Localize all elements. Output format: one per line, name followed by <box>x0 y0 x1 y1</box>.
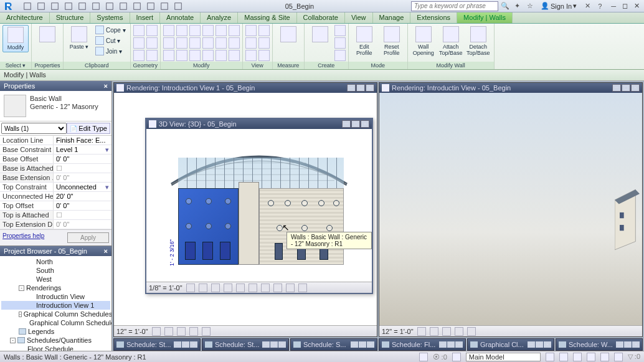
reveal-icon[interactable] <box>467 327 476 336</box>
ribbon-icon[interactable] <box>258 25 270 36</box>
wall-right[interactable] <box>259 188 344 265</box>
tree-item[interactable]: Graphical Column Schedule <box>1 318 110 327</box>
app-menu-icon[interactable] <box>0 0 17 12</box>
ribbon-icon[interactable] <box>146 37 158 49</box>
crop-region-icon[interactable] <box>261 283 270 292</box>
ribbon-icon[interactable] <box>245 50 257 61</box>
ribbon-icon[interactable] <box>202 37 214 49</box>
sun-path-icon[interactable] <box>442 327 451 336</box>
tab-collaborate[interactable]: Collaborate <box>297 12 345 23</box>
comm-icon[interactable]: ✦ <box>513 1 522 11</box>
tab-annotate[interactable]: Annotate <box>160 12 201 23</box>
view-scale[interactable]: 12" = 1'-0" <box>116 328 148 335</box>
switch-icon[interactable] <box>146 1 156 11</box>
redo-icon[interactable] <box>64 1 73 11</box>
temp-hide-icon[interactable] <box>286 283 295 292</box>
tab-view[interactable]: View <box>345 12 373 23</box>
save-icon[interactable] <box>36 1 46 11</box>
ribbon-icon[interactable] <box>163 25 174 36</box>
view-close[interactable]: × <box>361 120 369 128</box>
measure-button[interactable] <box>275 25 301 45</box>
search-icon[interactable]: 🔍 <box>501 1 509 11</box>
ribbon-icon[interactable] <box>189 50 201 61</box>
visual-style-icon[interactable] <box>199 283 207 292</box>
property-row[interactable]: Base Offset0' 0" <box>0 155 111 164</box>
ribbon-icon[interactable] <box>215 50 227 61</box>
filter-icon[interactable] <box>546 353 554 361</box>
detail-level-icon[interactable] <box>417 327 426 336</box>
text-icon[interactable] <box>105 1 115 11</box>
ribbon-icon[interactable] <box>202 50 214 61</box>
ribbon-icon[interactable] <box>163 50 174 61</box>
cut-button[interactable]: Cut ▾ <box>93 36 128 45</box>
document-tab[interactable]: Schedule: St...─◻× <box>113 338 201 351</box>
ribbon-icon[interactable] <box>229 37 240 49</box>
view-scale[interactable]: 1/8" = 1'-0" <box>149 284 182 292</box>
ribbon-icon[interactable] <box>146 50 158 61</box>
tree-item[interactable]: South <box>1 266 110 275</box>
ribbon-icon[interactable] <box>202 25 214 36</box>
document-tab[interactable]: Schedule: W...─◻× <box>556 338 643 351</box>
ribbon-icon[interactable] <box>189 37 201 49</box>
property-row[interactable]: Top ConstraintUnconnected <box>0 183 111 192</box>
ribbon-icon[interactable] <box>215 37 227 49</box>
join-button[interactable]: Join ▾ <box>93 46 128 56</box>
properties-close-icon[interactable]: × <box>104 82 108 90</box>
tree-item[interactable]: -Graphical Column Schedules <box>1 310 110 318</box>
ribbon-icon[interactable] <box>133 50 144 61</box>
property-row[interactable]: Location LineFinish Face: E... <box>0 136 111 145</box>
wall-opening-button[interactable]: Wall Opening <box>410 25 437 57</box>
tree-item[interactable]: -Schedules/Quantities <box>1 336 110 345</box>
document-tab[interactable]: Schedule: Fl...─◻× <box>379 338 466 351</box>
lock-icon[interactable] <box>273 283 282 292</box>
undo-icon[interactable] <box>50 1 60 11</box>
tree-item[interactable]: -Renderings <box>1 283 110 292</box>
reset-profile-button[interactable]: Reset Profile <box>379 25 405 57</box>
ribbon-icon[interactable] <box>215 25 227 36</box>
render-icon[interactable] <box>236 283 245 292</box>
ribbon-icon[interactable] <box>258 50 270 61</box>
document-tab[interactable]: Graphical Cl...─◻× <box>467 338 554 351</box>
face-icon[interactable] <box>600 353 609 361</box>
document-tab[interactable]: Schedule: St...─◻× <box>202 338 289 351</box>
ribbon-icon[interactable] <box>334 37 346 49</box>
property-row[interactable]: Unconnected He...20' 0" <box>0 192 111 201</box>
tab-manage[interactable]: Manage <box>373 12 411 23</box>
detail-level-icon[interactable] <box>186 283 195 292</box>
pin-icon[interactable] <box>614 353 623 361</box>
open-icon[interactable] <box>22 1 32 11</box>
view-close[interactable]: × <box>631 84 640 92</box>
help-icon[interactable]: ? <box>595 1 604 11</box>
tab-analyze[interactable]: Analyze <box>201 12 238 23</box>
arrow-icon[interactable] <box>159 1 169 11</box>
ribbon-icon[interactable] <box>176 25 187 36</box>
tab-systems[interactable]: Systems <box>90 12 130 23</box>
edit-type-button[interactable]: 📄 Edit Type <box>67 123 110 134</box>
ribbon-icon[interactable] <box>133 25 144 36</box>
view-canvas-right[interactable] <box>379 93 642 325</box>
sun-path-icon[interactable] <box>211 283 220 292</box>
window-close[interactable]: ✕ <box>632 2 642 10</box>
selected-wall[interactable] <box>178 188 239 265</box>
star-icon[interactable]: ☆ <box>526 1 534 11</box>
detail-level-icon[interactable] <box>152 327 161 336</box>
view-canvas-left[interactable]: 3D View: {3D} - 05_Begin ─ ◻ × <box>114 93 377 325</box>
drag-icon[interactable] <box>587 353 595 361</box>
dim-icon[interactable] <box>91 1 101 11</box>
ribbon-icon[interactable] <box>176 50 187 61</box>
ribbon-icon[interactable] <box>176 37 187 49</box>
ribbon-icon[interactable] <box>334 50 346 61</box>
reveal-icon[interactable] <box>202 327 211 336</box>
instance-selector[interactable]: Walls (1) <box>1 123 67 134</box>
ribbon-icon[interactable] <box>163 37 174 49</box>
tree-item[interactable]: Floor Schedule <box>1 345 110 351</box>
ribbon-icon[interactable] <box>133 37 144 49</box>
3d-icon[interactable] <box>118 1 128 11</box>
modify-button[interactable]: Modify <box>2 25 29 52</box>
crop-icon[interactable] <box>249 283 257 292</box>
tree-item[interactable]: West <box>1 275 110 283</box>
crop-icon[interactable] <box>189 327 198 336</box>
tab-massing-site[interactable]: Massing & Site <box>238 12 296 23</box>
ribbon-icon[interactable] <box>229 25 240 36</box>
view-min[interactable]: ─ <box>612 84 621 92</box>
